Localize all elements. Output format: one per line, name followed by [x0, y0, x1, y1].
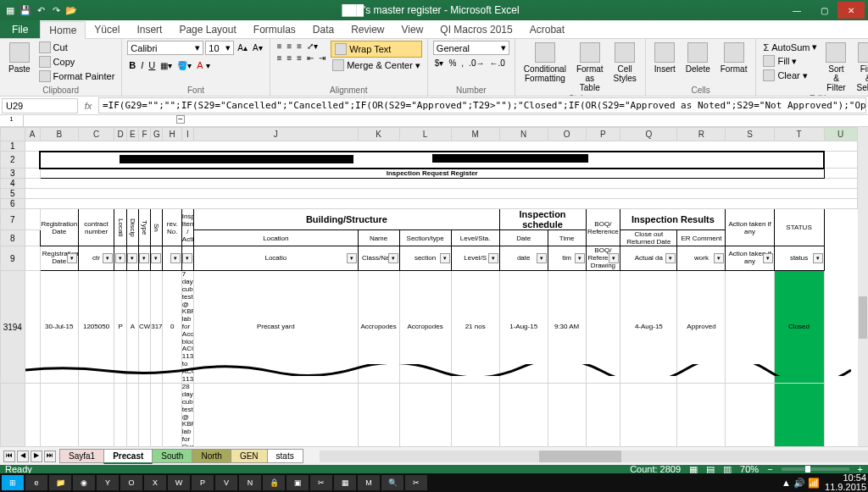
format-cells-button[interactable]: Format	[717, 41, 751, 75]
col-header-L[interactable]: L	[399, 128, 451, 141]
fill-button[interactable]: Fill▾	[761, 54, 819, 68]
filter-button[interactable]: ▾	[347, 253, 357, 263]
start-button[interactable]: ⊞	[2, 475, 24, 490]
sheet-tab-north[interactable]: North	[192, 449, 231, 463]
open-icon[interactable]: 📂	[64, 3, 78, 17]
font-color-button[interactable]: A▾	[195, 59, 211, 71]
table-row[interactable]: 319430-Jul-151205050PACW317507 days cube…	[1, 271, 858, 384]
name-box[interactable]	[2, 98, 78, 113]
close-button[interactable]: ✕	[837, 2, 865, 19]
accounting-button[interactable]: $▾	[433, 58, 446, 69]
filter-button[interactable]: ▾	[714, 253, 724, 263]
minimize-button[interactable]: —	[783, 2, 810, 19]
format-as-table-button[interactable]: Format as Table	[573, 41, 607, 94]
grow-font-button[interactable]: A▴	[236, 41, 249, 55]
align-top-button[interactable]: ≡	[275, 41, 284, 52]
sheet-nav-first[interactable]: ⏮	[3, 451, 15, 462]
filter-button[interactable]: ▾	[665, 253, 676, 263]
border-button[interactable]: ▦▾	[159, 59, 174, 71]
filter-button[interactable]: ▾	[103, 253, 113, 263]
merge-center-button[interactable]: Merge & Center▾	[331, 58, 422, 72]
cell-styles-button[interactable]: Cell Styles	[610, 41, 640, 85]
col-header-G[interactable]: G	[151, 128, 163, 141]
taskbar-onenote-icon[interactable]: N	[239, 475, 261, 490]
comma-button[interactable]: ,	[459, 58, 465, 69]
taskbar-explorer-icon[interactable]: 📁	[49, 475, 71, 490]
grid[interactable]: ABCDEFGHIJKLMNOPQRSTU123Inspection Reque…	[0, 127, 858, 446]
wrap-text-button[interactable]: Wrap Text	[331, 41, 422, 58]
filter-button[interactable]: ▾	[388, 253, 398, 263]
col-header-Q[interactable]: Q	[620, 128, 677, 141]
filter-button[interactable]: ▾	[537, 253, 547, 263]
taskbar-snip2-icon[interactable]: ✂	[405, 475, 427, 490]
filter-button[interactable]: ▾	[763, 253, 773, 263]
shrink-font-button[interactable]: A▾	[251, 41, 264, 55]
indent-dec-button[interactable]: ⇤	[305, 53, 315, 64]
sheet-tab-precast[interactable]: Precast	[103, 449, 153, 464]
filter-button[interactable]: ▾	[440, 253, 450, 263]
taskbar-excel-icon[interactable]: X	[144, 475, 166, 490]
tray-icons[interactable]: ▲ 🔊 📶	[782, 478, 820, 489]
tab-home[interactable]: Home	[40, 21, 86, 39]
filter-button[interactable]: ▾	[151, 253, 161, 263]
find-select-button[interactable]: Find & Select	[853, 41, 868, 94]
clear-button[interactable]: Clear▾	[761, 69, 819, 82]
autosum-button[interactable]: ΣAutoSum▾	[761, 41, 819, 53]
taskbar-magnifier-icon[interactable]: 🔍	[381, 475, 403, 490]
filter-button[interactable]: ▾	[813, 253, 823, 263]
tab-acrobat[interactable]: Acrobat	[521, 20, 573, 38]
col-header-E[interactable]: E	[126, 128, 138, 141]
sheet-tab-sayfa1[interactable]: Sayfa1	[59, 449, 104, 463]
filter-button[interactable]: ▾	[115, 253, 125, 263]
indent-inc-button[interactable]: ⇥	[317, 53, 327, 64]
vertical-scrollbar[interactable]	[858, 127, 868, 446]
row-header[interactable]: 1	[1, 141, 25, 152]
align-right-button[interactable]: ≡	[295, 53, 303, 64]
col-header-K[interactable]: K	[358, 128, 399, 141]
font-name-select[interactable]: Calibri▾	[127, 41, 203, 55]
sheet-tab-stats[interactable]: stats	[267, 449, 303, 463]
copy-button[interactable]: Copy	[37, 55, 117, 69]
paste-button[interactable]: Paste	[5, 41, 34, 75]
align-center-button[interactable]: ≡	[286, 53, 294, 64]
bold-button[interactable]: B	[127, 59, 137, 71]
cut-button[interactable]: Cut	[37, 41, 117, 54]
col-header-I[interactable]: I	[181, 128, 193, 141]
align-bottom-button[interactable]: ≡	[295, 41, 303, 52]
taskbar-mitel-icon[interactable]: M	[358, 475, 380, 490]
filter-button[interactable]: ▾	[127, 253, 137, 263]
taskbar-word-icon[interactable]: W	[168, 475, 190, 490]
horizontal-scrollbar[interactable]	[320, 451, 868, 462]
align-middle-button[interactable]: ≡	[286, 41, 294, 52]
sheet-nav-next[interactable]: ▶	[31, 451, 42, 462]
col-header-H[interactable]: H	[163, 128, 181, 141]
filter-button[interactable]: ▾	[139, 253, 149, 263]
tab-pagelayout[interactable]: Page Layout	[170, 20, 244, 38]
taskbar-app-icon[interactable]: ▣	[287, 475, 309, 490]
col-header-M[interactable]: M	[451, 128, 499, 141]
italic-button[interactable]: I	[139, 59, 145, 71]
tab-formulas[interactable]: Formulas	[245, 20, 304, 38]
delete-cells-button[interactable]: Delete	[682, 41, 714, 75]
filter-button[interactable]: ▾	[67, 253, 77, 263]
col-header-J[interactable]: J	[194, 128, 359, 141]
fill-color-button[interactable]: 🪣▾	[175, 59, 193, 71]
filter-button[interactable]: ▾	[488, 253, 498, 263]
conditional-formatting-button[interactable]: Conditional Formatting	[520, 41, 570, 85]
inc-decimal-button[interactable]: .0→	[467, 58, 486, 69]
col-header-F[interactable]: F	[138, 128, 150, 141]
taskbar-calc-icon[interactable]: ▦	[334, 475, 356, 490]
zoom-slider[interactable]	[782, 467, 849, 471]
outline-level-1[interactable]: 1	[0, 115, 24, 126]
fx-icon[interactable]: fx	[80, 101, 97, 111]
format-painter-button[interactable]: Format Painter	[37, 69, 117, 83]
dec-decimal-button[interactable]: ←.0	[487, 58, 506, 69]
filter-button[interactable]: ▾	[170, 253, 181, 263]
filter-button[interactable]: ▾	[609, 253, 619, 263]
filter-button[interactable]: ▾	[182, 253, 192, 263]
save-icon[interactable]: 💾	[19, 3, 32, 17]
tab-insert[interactable]: Insert	[128, 20, 170, 38]
tab-review[interactable]: Review	[342, 20, 392, 38]
taskbar-chrome-icon[interactable]: ◉	[73, 475, 95, 490]
formula-input[interactable]: =IF(G29="";"";IF(S29="Cancelled";"Cancel…	[98, 97, 866, 113]
